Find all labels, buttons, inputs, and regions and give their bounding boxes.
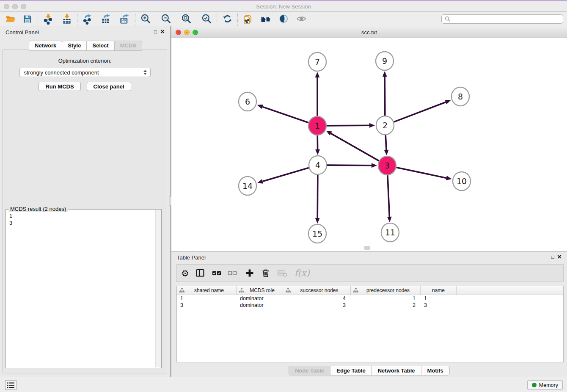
zoom-fit-icon[interactable] [180,13,193,25]
select-stepper-icon [143,70,147,75]
list-icon [7,382,15,389]
open-session-icon[interactable] [4,13,17,25]
titlebar-accent [0,0,567,1]
tab-select[interactable]: Select [86,41,114,51]
result-line: 3 [9,219,161,226]
canvas-grip[interactable] [364,246,370,250]
delete-trash-icon[interactable] [261,267,270,279]
cell-mcds-role[interactable]: dominator [237,302,283,308]
table-settings-gear-icon[interactable]: ⚙ [181,267,189,279]
export-network-icon[interactable] [81,13,94,25]
toolbar-separator [217,12,217,26]
network-window-titlebar[interactable]: × − + scc.txt [171,26,567,38]
optimization-criterion-select[interactable]: strongly connected component [19,68,151,77]
close-panel-button[interactable]: Close panel [87,82,131,91]
zoom-in-icon[interactable] [139,13,152,25]
search-input[interactable] [451,16,560,22]
status-bar: Memory [0,377,567,392]
table-panel-title: Table Panel [177,254,206,261]
select-all-icon[interactable] [212,267,221,279]
toolbar-separator [135,12,135,26]
column-header-predecessor-nodes[interactable]: predecessor nodes [351,286,421,295]
show-hide-eye-icon [295,13,308,25]
column-panel-icon[interactable] [195,267,205,279]
graph-edge-1-2[interactable] [327,125,369,126]
search-field[interactable] [441,14,563,24]
cell-successor-nodes[interactable]: 3 [283,302,351,308]
table-tabs: Node Table Edge Table Network Table Moti… [171,366,567,375]
graph-edge-4-14[interactable] [262,168,308,181]
table-panel: Table Panel □ × ⚙ [171,251,567,377]
save-session-icon[interactable] [21,13,34,25]
import-table-icon[interactable] [61,13,73,25]
cell-shared-name[interactable]: 3 [177,302,237,308]
node-table: shared name MCDS role successor nodes pr… [176,286,564,362]
deselect-all-icon[interactable] [228,267,237,279]
graph-node-label: 4 [315,160,320,170]
tab-node-table[interactable]: Node Table [289,366,330,375]
graph-edge-1-6[interactable] [262,107,308,123]
column-header-mcds-role[interactable]: MCDS role [237,286,283,295]
tab-network[interactable]: Network [29,41,62,51]
cell-name[interactable]: 1 [421,295,457,301]
ndex-homes-icon[interactable] [259,13,272,25]
export-image-icon[interactable] [118,13,131,25]
cell-predecessor-nodes[interactable]: 2 [351,302,421,308]
graph-edge-4-3[interactable] [327,165,372,166]
cell-name[interactable]: 3 [421,302,457,308]
cell-shared-name[interactable]: 1 [177,295,237,301]
graph-node-label: 3 [385,161,390,170]
memory-button[interactable]: Memory [527,380,563,390]
tab-mcds[interactable]: MCDS [114,41,142,51]
import-network-icon[interactable] [42,13,55,25]
delete-column-icon [277,267,287,279]
column-header-successor-nodes[interactable]: successor nodes [283,286,351,295]
column-header-name[interactable]: name [421,286,457,295]
network-graph[interactable]: 7968124314101511 [171,38,567,251]
network-window-title: scc.txt [171,29,567,36]
graph-edge-2-3[interactable] [385,135,386,150]
graph-node-label: 1 [315,121,320,130]
run-mcds-button[interactable]: Run MCDS [39,82,80,91]
tab-network-table[interactable]: Network Table [372,366,421,375]
vizmapper-icon[interactable] [277,13,290,25]
function-fx-icon: f(x) [295,267,310,279]
network-view-window: × − + scc.txt 7968124314101511 [171,26,567,251]
tab-edge-table[interactable]: Edge Table [330,366,372,375]
tab-motifs[interactable]: Motifs [421,366,450,375]
table-toolbar: ⚙ [176,264,564,282]
graph-edge-2-8[interactable] [394,102,446,122]
tab-style[interactable]: Style [62,41,87,51]
float-panel-icon[interactable]: □ [154,29,157,35]
graph-node-label: 11 [385,228,395,237]
open-network-file-icon[interactable] [242,13,254,25]
result-scrollbar[interactable] [155,210,161,367]
add-column-plus-icon[interactable] [245,267,254,279]
table-row[interactable]: 1 dominator 4 1 1 [177,295,563,302]
close-table-panel-icon[interactable]: × [557,253,561,261]
close-panel-icon[interactable]: × [160,28,165,36]
zoom-selected-icon[interactable] [200,13,213,25]
float-table-panel-icon[interactable]: □ [551,254,554,260]
refresh-icon[interactable] [221,13,234,25]
column-header-shared-name[interactable]: shared name [177,286,237,295]
cell-predecessor-nodes[interactable]: 1 [351,295,421,301]
memory-status-icon [532,383,537,387]
table-row[interactable]: 3 dominator 3 2 3 [177,302,563,309]
column-hierarchy-icon [179,288,184,293]
network-canvas[interactable]: 7968124314101511 [171,38,567,251]
control-panel-title: Control Panel [6,29,39,36]
zoom-out-icon[interactable] [160,13,172,25]
graph-edge-3-11[interactable] [388,175,389,217]
task-history-button[interactable] [5,380,17,390]
graph-edge-4-15[interactable] [317,174,318,218]
graph-edge-3-1[interactable] [331,133,379,161]
cell-successor-nodes[interactable]: 4 [283,295,351,301]
graph-edge-arrowhead [387,217,392,222]
cell-mcds-role[interactable]: dominator [237,295,283,301]
export-table-icon[interactable] [100,13,113,25]
graph-edge-2-9[interactable] [385,77,385,116]
graph-edge-arrowhead [315,72,320,77]
column-hierarchy-icon [353,288,358,293]
graph-edge-3-10[interactable] [396,168,446,178]
